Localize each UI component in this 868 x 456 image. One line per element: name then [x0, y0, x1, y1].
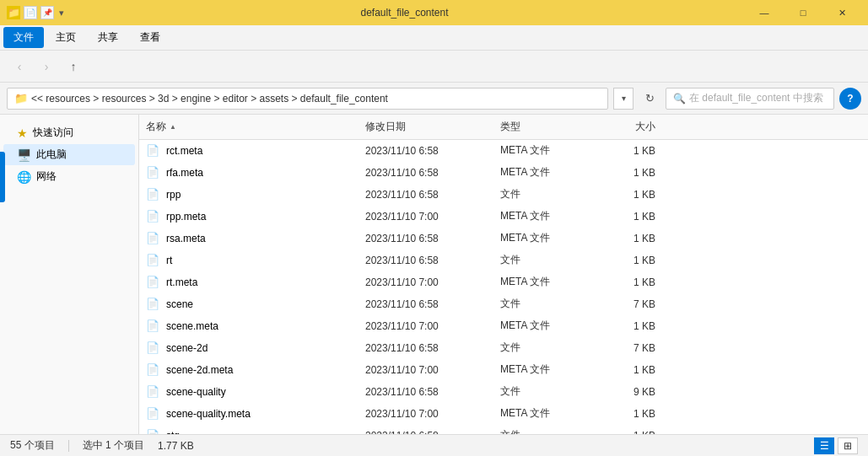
- file-date-cell: 2023/11/10 6:58: [359, 143, 493, 158]
- file-name: rt.meta: [166, 276, 197, 288]
- menu-file[interactable]: 文件: [3, 27, 44, 48]
- sidebar-label-network: 网络: [36, 169, 57, 184]
- maximize-button[interactable]: □: [784, 0, 822, 25]
- file-name-cell: 📄 rpp: [139, 186, 359, 202]
- file-icon: 📄: [146, 407, 159, 420]
- file-date-cell: 2023/11/10 6:58: [359, 297, 493, 312]
- file-size-cell: 1 KB: [595, 362, 662, 378]
- address-path[interactable]: 📁 << resources > resources > 3d > engine…: [7, 88, 608, 110]
- file-name: rpp.meta: [166, 211, 206, 223]
- file-size-cell: 1 KB: [595, 209, 662, 224]
- menu-home[interactable]: 主页: [46, 27, 86, 48]
- file-size-cell: 1 KB: [595, 275, 662, 290]
- statusbar-view-controls: ☰ ⊞: [814, 437, 858, 454]
- search-box[interactable]: 🔍 在 default_file_content 中搜索: [666, 88, 834, 110]
- file-size-cell: 1 KB: [595, 428, 662, 435]
- table-row[interactable]: 📄 rct.meta 2023/11/10 6:58 META 文件 1 KB: [139, 140, 868, 162]
- table-row[interactable]: 📄 rfa.meta 2023/11/10 6:58 META 文件 1 KB: [139, 162, 868, 184]
- file-name-cell: 📄 stg: [139, 427, 359, 434]
- file-name-cell: 📄 rfa.meta: [139, 164, 359, 180]
- col-header-date[interactable]: 修改日期: [359, 118, 493, 136]
- file-type-cell: META 文件: [493, 405, 595, 422]
- file-date-cell: 2023/11/10 6:58: [359, 341, 493, 356]
- close-button[interactable]: ✕: [822, 0, 861, 25]
- file-type-cell: META 文件: [493, 164, 595, 181]
- col-header-name[interactable]: 名称 ▲: [139, 118, 359, 136]
- file-size-cell: 1 KB: [595, 406, 662, 421]
- file-name-cell: 📄 rpp.meta: [139, 208, 359, 224]
- file-type-cell: META 文件: [493, 361, 595, 378]
- refresh-button[interactable]: ↻: [639, 88, 660, 110]
- table-row[interactable]: 📄 scene-quality 2023/11/10 6:58 文件 9 KB: [139, 381, 868, 403]
- view-large-button[interactable]: ⊞: [838, 437, 858, 454]
- file-name-cell: 📄 scene-2d.meta: [139, 362, 359, 378]
- path-dropdown[interactable]: ▾: [613, 88, 633, 110]
- file-size-cell: 1 KB: [595, 231, 662, 246]
- back-button[interactable]: ‹: [7, 54, 32, 79]
- file-name: rt: [166, 255, 172, 266]
- col-header-type[interactable]: 类型: [493, 118, 595, 136]
- file-type-cell: 文件: [493, 295, 595, 313]
- file-name: scene-quality: [166, 386, 226, 398]
- file-date-cell: 2023/11/10 6:58: [359, 384, 493, 400]
- file-icon: 📄: [146, 276, 159, 288]
- main-content: ★ 快速访问 🖥️ 此电脑 🌐 网络 名称 ▲ 修改日期 类型 大小 📄 rct: [0, 115, 868, 434]
- folder-icon: 📁: [7, 6, 20, 19]
- forward-button[interactable]: ›: [34, 54, 59, 79]
- file-name-cell: 📄 scene.meta: [139, 318, 359, 334]
- file-date-cell: 2023/11/10 7:00: [359, 406, 493, 421]
- view-details-button[interactable]: ☰: [814, 437, 834, 454]
- up-button[interactable]: ↑: [61, 54, 86, 79]
- file-type-cell: 文件: [493, 426, 595, 434]
- file-name-cell: 📄 scene-quality: [139, 384, 359, 400]
- file-name-cell: 📄 scene-quality.meta: [139, 405, 359, 421]
- file-name: scene-quality.meta: [166, 408, 251, 420]
- table-row[interactable]: 📄 rpp.meta 2023/11/10 7:00 META 文件 1 KB: [139, 206, 868, 228]
- help-button[interactable]: ?: [839, 88, 861, 110]
- table-row[interactable]: 📄 stg 2023/11/10 6:58 文件 1 KB: [139, 425, 868, 434]
- file-name-cell: 📄 rt: [139, 252, 359, 268]
- file-size-cell: 1 KB: [595, 319, 662, 334]
- folder-icon: 📁: [14, 92, 28, 105]
- menu-share[interactable]: 共享: [88, 27, 128, 48]
- table-row[interactable]: 📄 rt.meta 2023/11/10 7:00 META 文件 1 KB: [139, 271, 868, 293]
- minimize-button[interactable]: —: [745, 0, 784, 25]
- table-row[interactable]: 📄 rpp 2023/11/10 6:58 文件 1 KB: [139, 184, 868, 206]
- sidebar-item-thispc[interactable]: 🖥️ 此电脑: [3, 144, 135, 165]
- star-icon: ★: [17, 126, 28, 140]
- left-edge-indicator: [0, 152, 5, 202]
- sidebar-item-quickaccess[interactable]: ★ 快速访问: [3, 122, 135, 143]
- window-title: default_file_content: [67, 7, 741, 19]
- file-icon: 📄: [146, 166, 159, 179]
- table-row[interactable]: 📄 scene-2d 2023/11/10 6:58 文件 7 KB: [139, 337, 868, 359]
- file-size-cell: 7 KB: [595, 297, 662, 312]
- file-size-cell: 1 KB: [595, 187, 662, 202]
- search-icon: 🔍: [673, 93, 686, 105]
- statusbar: 55 个项目 选中 1 个项目 1.77 KB ☰ ⊞: [0, 434, 868, 456]
- path-text: << resources > resources > 3d > engine >…: [31, 93, 388, 105]
- sidebar-item-network[interactable]: 🌐 网络: [3, 166, 135, 187]
- file-type-cell: META 文件: [493, 229, 595, 247]
- file-size-cell: 1 KB: [595, 165, 662, 180]
- col-header-size[interactable]: 大小: [595, 118, 662, 136]
- table-row[interactable]: 📄 scene 2023/11/10 6:58 文件 7 KB: [139, 293, 868, 315]
- file-type-cell: META 文件: [493, 273, 595, 291]
- file-icon: 📄: [146, 363, 159, 376]
- file-icon: 📄: [146, 341, 159, 354]
- table-row[interactable]: 📄 scene.meta 2023/11/10 7:00 META 文件 1 K…: [139, 315, 868, 337]
- table-row[interactable]: 📄 rt 2023/11/10 6:58 文件 1 KB: [139, 249, 868, 271]
- status-selected: 选中 1 个项目: [83, 438, 144, 453]
- sidebar-label-thispc: 此电脑: [36, 148, 67, 162]
- new-icon: 📄: [24, 6, 37, 19]
- file-size-cell: 1 KB: [595, 253, 662, 268]
- file-name-cell: 📄 rt.meta: [139, 274, 359, 290]
- file-name-cell: 📄 scene-2d: [139, 340, 359, 356]
- file-icon: 📄: [146, 144, 159, 157]
- file-type-cell: 文件: [493, 383, 595, 400]
- file-name: rfa.meta: [166, 167, 203, 179]
- table-row[interactable]: 📄 scene-2d.meta 2023/11/10 7:00 META 文件 …: [139, 359, 868, 381]
- file-name-cell: 📄 rct.meta: [139, 142, 359, 158]
- table-row[interactable]: 📄 rsa.meta 2023/11/10 6:58 META 文件 1 KB: [139, 228, 868, 249]
- table-row[interactable]: 📄 scene-quality.meta 2023/11/10 7:00 MET…: [139, 403, 868, 425]
- menu-view[interactable]: 查看: [130, 27, 170, 48]
